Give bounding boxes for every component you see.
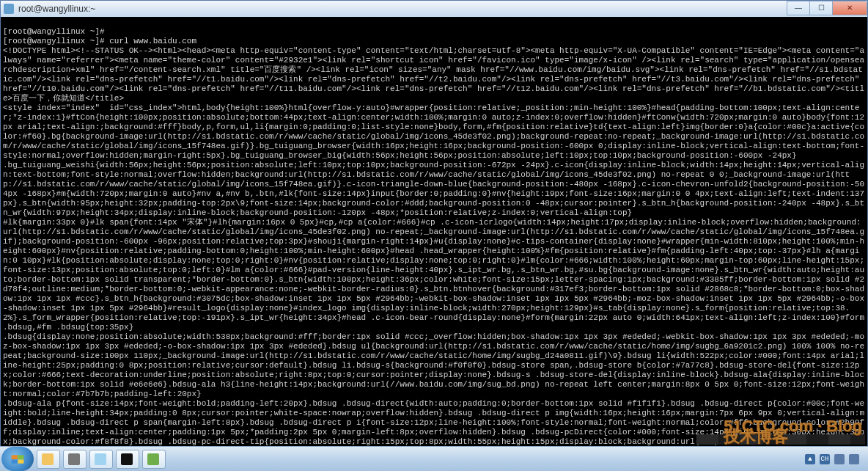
task-buttons — [34, 450, 166, 469]
terminal-output[interactable]: [root@wangyllinux ~]# [root@wangyllinux … — [1, 17, 867, 446]
task-terminal-icon — [121, 453, 133, 465]
task-notepad-icon — [95, 453, 106, 465]
taskbar[interactable]: ▲ CH — [0, 446, 868, 471]
watermark: 51CTO.com · Blog 技术博客 — [724, 421, 862, 442]
tray-sound-icon[interactable] — [849, 454, 859, 464]
maximize-button[interactable]: ☐ — [809, 1, 833, 15]
titlebar[interactable]: root@wangyllinux:~ — ☐ ✕ — [1, 1, 867, 17]
window-title: root@wangyllinux:~ — [18, 4, 864, 14]
command-text: curl www.baidu.com — [109, 37, 196, 45]
windows-logo-icon — [12, 455, 24, 463]
prompt-symbol: # — [100, 27, 105, 36]
terminal-window: root@wangyllinux:~ — ☐ ✕ [root@wangyllin… — [0, 0, 868, 447]
task-explorer-icon — [42, 453, 54, 465]
close-button[interactable]: ✕ — [832, 1, 867, 15]
task-putty[interactable] — [63, 450, 87, 469]
tray-lang-indicator[interactable]: CH — [820, 454, 830, 464]
task-explorer[interactable] — [37, 450, 60, 469]
system-tray[interactable]: ▲ CH — [805, 454, 868, 464]
task-app[interactable] — [142, 450, 166, 469]
minimize-button[interactable]: — — [787, 1, 810, 15]
tray-network-icon[interactable] — [834, 454, 845, 464]
curl-response: <!DOCTYPE html><!--STATUS OK--><html><he… — [3, 46, 867, 446]
task-terminal[interactable] — [116, 450, 139, 469]
task-notepad[interactable] — [89, 450, 113, 469]
task-app-icon — [147, 453, 159, 465]
prompt-symbol: # — [100, 37, 105, 45]
prompt-user: [root@wangyllinux ~] — [3, 37, 100, 45]
start-button[interactable] — [1, 447, 34, 471]
prompt-user: [root@wangyllinux ~] — [3, 27, 100, 36]
task-putty-icon — [68, 453, 80, 465]
putty-icon — [4, 4, 14, 14]
tray-up-icon[interactable]: ▲ — [805, 454, 815, 464]
